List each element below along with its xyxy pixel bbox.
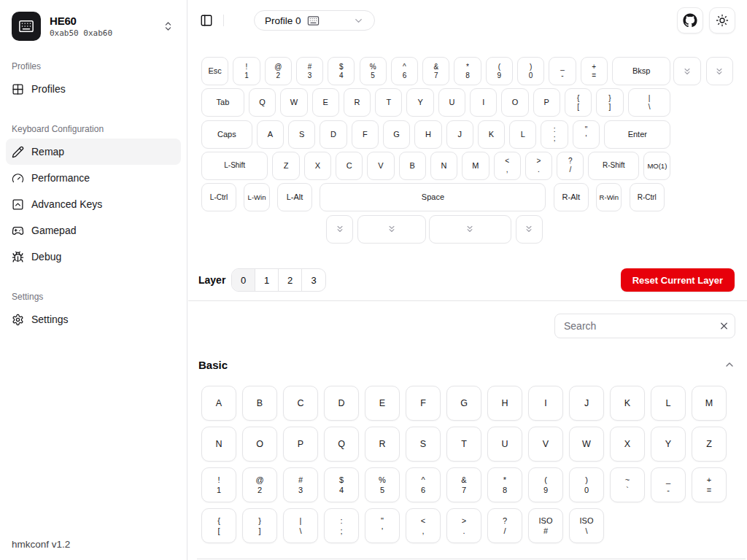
- key-o[interactable]: O: [501, 88, 528, 117]
- key-symbol[interactable]: :;: [541, 120, 568, 149]
- key-f[interactable]: F: [352, 120, 379, 149]
- key-symbol[interactable]: _-: [549, 57, 576, 85]
- profile-select[interactable]: Profile 0: [254, 10, 375, 31]
- keycode-h[interactable]: H: [487, 386, 522, 421]
- layer-option-3[interactable]: 3: [302, 269, 325, 291]
- hidden-key[interactable]: [673, 57, 700, 85]
- key-symbol[interactable]: }]: [596, 88, 623, 117]
- key-l-shift[interactable]: L-Shift: [201, 152, 268, 180]
- key-2[interactable]: @2: [265, 57, 292, 85]
- key-tab[interactable]: Tab: [201, 88, 244, 117]
- key-g[interactable]: G: [383, 120, 410, 149]
- keycode-4[interactable]: $4: [324, 467, 359, 502]
- key-symbol[interactable]: |\: [628, 88, 671, 117]
- keycode-2[interactable]: @2: [242, 467, 277, 502]
- keycode-symbol[interactable]: :;: [324, 508, 359, 543]
- key-symbol[interactable]: >.: [525, 152, 552, 180]
- github-button[interactable]: [677, 7, 703, 34]
- key-bksp[interactable]: Bksp: [612, 57, 671, 85]
- keycode-m[interactable]: M: [692, 386, 727, 421]
- keycode-z[interactable]: Z: [692, 427, 727, 462]
- key-h[interactable]: H: [414, 120, 441, 149]
- keycode-5[interactable]: %5: [365, 467, 400, 502]
- hidden-key[interactable]: [357, 215, 426, 244]
- keycode-t[interactable]: T: [446, 427, 481, 462]
- key-esc[interactable]: Esc: [201, 57, 228, 85]
- sidebar-item-profiles[interactable]: Profiles: [6, 76, 181, 102]
- key-m[interactable]: M: [462, 152, 489, 180]
- key-i[interactable]: I: [470, 88, 497, 117]
- search-clear-button[interactable]: [719, 321, 729, 332]
- key-w[interactable]: W: [280, 88, 307, 117]
- key-9[interactable]: (9: [486, 57, 513, 85]
- keycode-symbol[interactable]: }]: [242, 508, 277, 543]
- sidebar-item-advanced-keys[interactable]: Advanced Keys: [6, 191, 181, 217]
- key-r-ctrl[interactable]: R-Ctrl: [630, 183, 665, 211]
- key-5[interactable]: %5: [360, 57, 387, 85]
- keycode-0[interactable]: )0: [569, 467, 604, 502]
- keycode-l[interactable]: L: [651, 386, 686, 421]
- key-space[interactable]: Space: [320, 183, 546, 211]
- key-x[interactable]: X: [304, 152, 331, 180]
- key-l-alt[interactable]: L-Alt: [277, 183, 312, 211]
- keycode-6[interactable]: ^6: [406, 467, 441, 502]
- key-symbol[interactable]: {[: [565, 88, 592, 117]
- key-symbol[interactable]: "': [573, 120, 600, 149]
- keycode-p[interactable]: P: [283, 427, 318, 462]
- keycode-c[interactable]: C: [283, 386, 318, 421]
- keycode-symbol[interactable]: "': [365, 508, 400, 543]
- key-0[interactable]: )0: [517, 57, 544, 85]
- search-input[interactable]: [554, 314, 735, 338]
- keycode-i[interactable]: I: [528, 386, 563, 421]
- key-l[interactable]: L: [509, 120, 536, 149]
- key-j[interactable]: J: [446, 120, 473, 149]
- key-y[interactable]: Y: [406, 88, 433, 117]
- keycode-d[interactable]: D: [324, 386, 359, 421]
- sidebar-item-settings[interactable]: Settings: [6, 306, 181, 332]
- keycode-x[interactable]: X: [610, 427, 645, 462]
- key-a[interactable]: A: [257, 120, 284, 149]
- key-symbol[interactable]: ?/: [557, 152, 584, 180]
- key-v[interactable]: V: [367, 152, 394, 180]
- key-p[interactable]: P: [533, 88, 560, 117]
- key-enter[interactable]: Enter: [604, 120, 670, 149]
- key-caps[interactable]: Caps: [201, 120, 252, 149]
- keycode-symbol[interactable]: <,: [406, 508, 441, 543]
- key-4[interactable]: $4: [328, 57, 355, 85]
- keycode-w[interactable]: W: [569, 427, 604, 462]
- key-symbol[interactable]: +=: [581, 57, 608, 85]
- key-c[interactable]: C: [336, 152, 363, 180]
- key-r-shift[interactable]: R-Shift: [588, 152, 639, 180]
- key-symbol[interactable]: <,: [494, 152, 521, 180]
- keycode-symbol[interactable]: {[: [201, 508, 236, 543]
- key-3[interactable]: #3: [296, 57, 323, 85]
- keycode-a[interactable]: A: [201, 386, 236, 421]
- keycode-k[interactable]: K: [610, 386, 645, 421]
- keycode-1[interactable]: !1: [201, 467, 236, 502]
- key-8[interactable]: *8: [454, 57, 481, 85]
- key-q[interactable]: Q: [249, 88, 276, 117]
- keycode-symbol[interactable]: ISO\: [569, 508, 604, 543]
- key-l-ctrl[interactable]: L-Ctrl: [201, 183, 236, 211]
- keycode-7[interactable]: &7: [446, 467, 481, 502]
- reset-layer-button[interactable]: Reset Current Layer: [621, 268, 735, 292]
- keycode-e[interactable]: E: [365, 386, 400, 421]
- key-k[interactable]: K: [478, 120, 505, 149]
- keycode-symbol[interactable]: |\: [283, 508, 318, 543]
- keycode-n[interactable]: N: [201, 427, 236, 462]
- keycode-symbol[interactable]: ~`: [610, 467, 645, 502]
- key-7[interactable]: &7: [422, 57, 449, 85]
- keycode-b[interactable]: B: [242, 386, 277, 421]
- keycode-y[interactable]: Y: [651, 427, 686, 462]
- key-r-alt[interactable]: R-Alt: [554, 183, 589, 211]
- key-l-win[interactable]: L-Win: [244, 183, 269, 211]
- keycode-symbol[interactable]: +=: [692, 467, 727, 502]
- key-6[interactable]: ^6: [391, 57, 418, 85]
- key-s[interactable]: S: [288, 120, 315, 149]
- hidden-key[interactable]: [429, 215, 511, 244]
- key-r[interactable]: R: [344, 88, 371, 117]
- keycode-f[interactable]: F: [406, 386, 441, 421]
- key-n[interactable]: N: [430, 152, 457, 180]
- keycode-g[interactable]: G: [446, 386, 481, 421]
- keycode-j[interactable]: J: [569, 386, 604, 421]
